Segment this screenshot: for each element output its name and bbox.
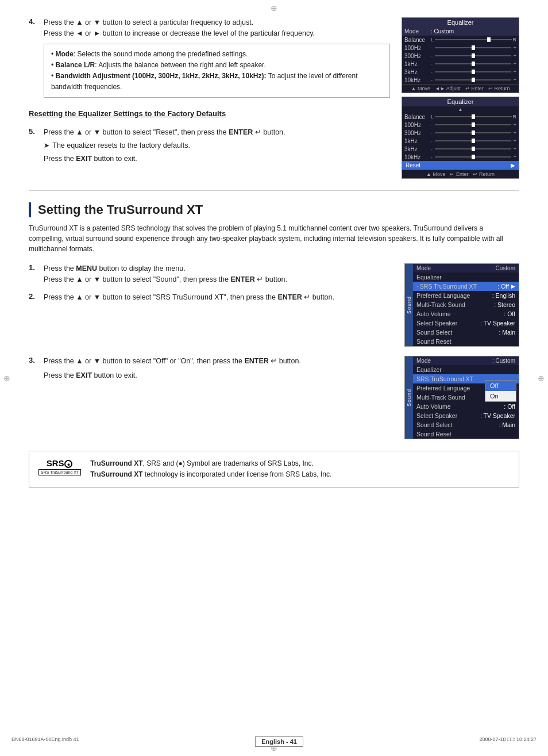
eq2-footer-enter: ↵ Enter: [450, 171, 468, 177]
step-4-text: Press the ▲ or ▼ button to select a part…: [44, 17, 390, 98]
sp2-autovol-label: Auto Volume: [416, 403, 501, 410]
eq2-balance-bar: L R: [431, 113, 516, 120]
trus-step-1-line1: Press the MENU button to display the men…: [44, 263, 287, 274]
eq-1khz-bar: [435, 60, 511, 67]
sp2-autovol-value: : Off: [504, 403, 515, 410]
step-5: 5. Press the ▲ or ▼ button to select "Re…: [29, 127, 390, 164]
sound-panel-2-wrapper: Sound Mode : Custom Equalizer SRS TruSur…: [404, 356, 519, 439]
eq-footer-move: ▲ Move: [411, 86, 430, 91]
sp1-speaker-value: : TV Speaker: [480, 320, 515, 327]
trus-step-3-number: 3.: [29, 356, 39, 381]
trus-step-1-number: 1.: [29, 263, 39, 285]
eq2-reset-arrow: ▶: [511, 162, 515, 168]
step-3-section: 3. Press the ▲ or ▼ button to select "Of…: [29, 356, 519, 439]
eq2-300hz-row: 300Hz - +: [402, 129, 519, 137]
trus-step-1-text: Press the MENU button to display the men…: [44, 263, 287, 285]
sp1-mode-row: Mode : Custom: [413, 264, 519, 273]
eq2-1khz-row: 1kHz - +: [402, 137, 519, 145]
sp1-speaker-label: Select Speaker: [416, 320, 478, 327]
eq2-3khz-minus: -: [431, 146, 433, 152]
eq-3khz-minus: -: [431, 69, 433, 75]
eq-footer-enter: ↵ Enter: [465, 86, 484, 91]
eq2-3khz-row: 3kHz - +: [402, 145, 519, 153]
trusurround-title: Setting the TruSurround XT: [38, 202, 519, 217]
sp1-equalizer-row: Equalizer: [413, 273, 519, 282]
eq2-300hz-minus: -: [431, 130, 433, 136]
eq-footer-adjust: ◄► Adjust: [435, 86, 461, 91]
eq2-reset-row[interactable]: Reset ▶: [402, 161, 519, 170]
eq-panel-1: Equalizer Mode : Custom Balance L R: [402, 17, 519, 93]
sp1-equalizer-label: Equalizer: [416, 274, 515, 281]
eq2-1khz-plus: +: [514, 138, 516, 144]
srs-logo-sub: SRS TruSurround XT: [38, 469, 81, 475]
eq2-10khz-plus: +: [514, 154, 516, 160]
sound-panel-1: Sound Mode : Custom Equalizer · SRS TruS…: [404, 263, 519, 347]
sp1-reset-row: Sound Reset: [413, 337, 519, 346]
eq2-100hz-label: 100Hz: [404, 122, 429, 128]
eq-panels: Equalizer Mode : Custom Balance L R: [402, 17, 519, 179]
eq-10khz-row: 10kHz - +: [402, 76, 519, 84]
trus-step-3-line1: Press the ▲ or ▼ button to select "Off" …: [44, 356, 301, 367]
eq-1khz-minus: -: [431, 61, 433, 67]
trus-step-1: 1. Press the MENU button to display the …: [29, 263, 393, 285]
sp1-srs-row[interactable]: · SRS TruSurround XT : Off ▶: [413, 282, 519, 291]
sp2-select-row: Sound Select : Main: [413, 420, 519, 429]
step-5-arrow-text: The equalizer resets to the factory defa…: [52, 141, 190, 149]
sp2-select-label: Sound Select: [416, 421, 496, 428]
eq2-footer-move: ▲ Move: [426, 171, 445, 177]
dropdown-on[interactable]: On: [485, 391, 516, 401]
eq-panel-1-footer: ▲ Move ◄► Adjust ↵ Enter ↩ Return: [402, 84, 519, 93]
eq-3khz-bar: [435, 68, 511, 75]
eq-1khz-plus: +: [514, 61, 516, 67]
step-5-line3: Press the EXIT button to exit.: [44, 153, 285, 164]
eq2-10khz-minus: -: [431, 154, 433, 160]
sp1-speaker-row: Select Speaker : TV Speaker: [413, 318, 519, 328]
eq-1khz-label: 1kHz: [404, 61, 429, 67]
trus-step-3-text: Press the ▲ or ▼ button to select "Off" …: [44, 356, 301, 381]
trusurround-desc: TruSurround XT is a patented SRS technol…: [29, 223, 519, 254]
sp1-multitrack-row: Multi-Track Sound : Stereo: [413, 300, 519, 309]
eq-300hz-plus: +: [514, 53, 516, 59]
eq-100hz-plus: +: [514, 45, 516, 51]
eq-panel-2: Equalizer ▲ Balance L R 100Hz: [402, 97, 519, 179]
srs-dropdown[interactable]: Off On: [485, 380, 516, 402]
eq-footer-return: ↩ Return: [488, 86, 510, 91]
srs-circle: ●: [64, 460, 72, 468]
eq2-balance-label: Balance: [404, 114, 429, 120]
dropdown-off[interactable]: Off: [485, 381, 516, 391]
sound-panel-2-container: Sound Mode : Custom Equalizer SRS TruSur…: [404, 356, 519, 439]
eq2-footer-return: ↩ Return: [473, 171, 495, 177]
eq2-300hz-plus: +: [514, 130, 516, 136]
sp2-speaker-row: Select Speaker : TV Speaker: [413, 411, 519, 420]
sp1-autovol-label: Auto Volume: [416, 310, 501, 317]
eq2-3khz-plus: +: [514, 146, 516, 152]
sp1-multitrack-value: : Stereo: [494, 301, 515, 308]
sp1-mode-value: : Custom: [492, 265, 515, 271]
sp2-select-value: : Main: [499, 421, 515, 428]
eq-100hz-bar: [435, 44, 511, 51]
eq-300hz-label: 300Hz: [404, 53, 429, 59]
eq-mode-row: Mode : Custom: [402, 27, 519, 36]
trus-step-2-text: Press the ▲ or ▼ button to select "SRS T…: [44, 292, 334, 303]
eq2-balance-row: Balance L R: [402, 113, 519, 121]
srs-logo: SRS● SRS TruSurround XT: [38, 458, 81, 475]
eq2-1khz-minus: -: [431, 138, 433, 144]
step-4-line2: Press the ◄ or ► button to increase or d…: [44, 28, 390, 39]
trus-step-3-line2: Press the EXIT button to exit.: [44, 370, 301, 381]
eq-10khz-minus: -: [431, 77, 433, 83]
sp2-equalizer-row: Equalizer: [413, 365, 519, 374]
eq2-100hz-row: 100Hz - +: [402, 121, 519, 129]
trus-step-2: 2. Press the ▲ or ▼ button to select "SR…: [29, 292, 393, 303]
eq2-3khz-label: 3kHz: [404, 146, 429, 152]
eq2-10khz-label: 10kHz: [404, 154, 429, 160]
trus-step-1-line2: Press the ▲ or ▼ button to select "Sound…: [44, 274, 287, 285]
step-arrow: ➤: [44, 141, 49, 149]
eq-300hz-row: 300Hz - +: [402, 52, 519, 60]
eq-100hz-label: 100Hz: [404, 45, 429, 51]
sp2-mode-label: Mode: [416, 358, 431, 364]
reset-heading: Resetting the Equalizer Settings to the …: [29, 109, 390, 118]
eq2-300hz-label: 300Hz: [404, 130, 429, 136]
step-4-number: 4.: [29, 17, 39, 98]
eq-balance-track: [435, 39, 511, 40]
steps-1-2-text: 1. Press the MENU button to display the …: [29, 263, 393, 347]
